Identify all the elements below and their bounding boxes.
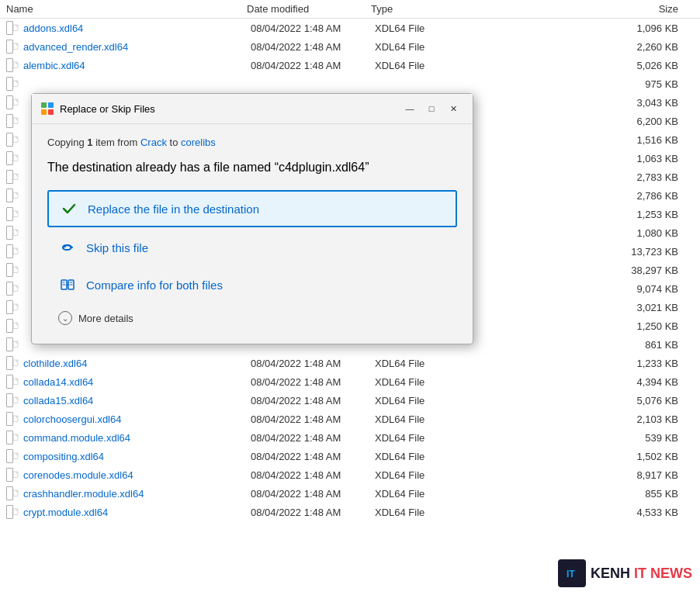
- copy-info-count: 1: [87, 137, 92, 148]
- watermark-brand: KENH IT NEWS: [591, 566, 692, 582]
- table-row[interactable]: collada14.xdl6408/04/2022 1:48 AMXDL64 F…: [0, 372, 700, 391]
- file-icon: [6, 450, 19, 462]
- file-date: 08/04/2022 1:48 AM: [251, 41, 375, 53]
- table-row[interactable]: corenodes.module.xdl6408/04/2022 1:48 AM…: [0, 465, 700, 484]
- more-details[interactable]: ⌄ More details: [47, 305, 457, 331]
- file-list-header: Name Date modified Type Size: [0, 0, 700, 19]
- svg-rect-19: [13, 379, 18, 385]
- titlebar-controls: — □ ✕: [400, 100, 463, 117]
- copy-info-from[interactable]: Crack: [140, 137, 167, 148]
- file-date: 08/04/2022 1:48 AM: [251, 358, 375, 369]
- svg-rect-23: [13, 453, 18, 459]
- file-icon: [6, 487, 19, 500]
- file-date: 08/04/2022 1:48 AM: [251, 432, 375, 444]
- file-size: 539 KB: [468, 432, 694, 444]
- col-header-size[interactable]: Size: [464, 3, 694, 15]
- svg-rect-9: [13, 192, 18, 199]
- file-date: 08/04/2022 1:48 AM: [251, 22, 375, 34]
- file-icon: [6, 375, 19, 388]
- svg-rect-8: [13, 174, 18, 180]
- table-row[interactable]: advanced_render.xdl6408/04/2022 1:48 AMX…: [0, 37, 700, 56]
- file-icon: [6, 189, 19, 202]
- file-type: XDL64 File: [375, 507, 468, 518]
- file-size: 1,502 KB: [468, 451, 694, 462]
- svg-rect-22: [13, 434, 18, 441]
- file-name: advanced_render.xdl64: [23, 41, 251, 53]
- file-size: 4,394 KB: [468, 376, 694, 388]
- file-icon: [6, 133, 19, 146]
- option-replace[interactable]: Replace the file in the destination: [47, 190, 457, 227]
- table-row[interactable]: 975 KB: [0, 74, 700, 93]
- file-icon: [6, 413, 19, 425]
- table-row[interactable]: colorchoosergui.xdl6408/04/2022 1:48 AMX…: [0, 410, 700, 428]
- file-icon: [6, 245, 19, 258]
- table-row[interactable]: crashhandler.module.xdl6408/04/2022 1:48…: [0, 484, 700, 503]
- svg-rect-20: [13, 397, 18, 403]
- file-type: XDL64 File: [375, 358, 468, 369]
- file-size: 38,297 KB: [468, 265, 694, 276]
- file-name: collada14.xdl64: [23, 376, 251, 388]
- svg-rect-7: [13, 155, 18, 161]
- file-name: colorchoosergui.xdl64: [23, 413, 251, 425]
- option-compare[interactable]: Compare info for both files: [47, 268, 457, 302]
- svg-rect-10: [13, 211, 18, 217]
- file-size: 1,516 KB: [468, 134, 694, 146]
- dialog-body: Copying 1 item from Crack to corelibs Th…: [32, 124, 473, 344]
- table-row[interactable]: command.module.xdl6408/04/2022 1:48 AMXD…: [0, 428, 700, 447]
- file-date: 08/04/2022 1:48 AM: [251, 507, 375, 518]
- file-type: XDL64 File: [375, 488, 468, 500]
- table-row[interactable]: collada15.xdl6408/04/2022 1:48 AMXDL64 F…: [0, 391, 700, 410]
- file-size: 8,917 KB: [468, 469, 694, 481]
- file-icon: [6, 320, 19, 332]
- file-icon: [6, 115, 19, 127]
- table-row[interactable]: addons.xdl6408/04/2022 1:48 AMXDL64 File…: [0, 19, 700, 37]
- copy-info: Copying 1 item from Crack to corelibs: [47, 137, 457, 148]
- close-button[interactable]: ✕: [443, 100, 463, 117]
- file-type: XDL64 File: [375, 376, 468, 388]
- compare-icon: [58, 275, 77, 294]
- copy-info-to-text: to: [167, 137, 181, 148]
- destination-message: The destination already has a file named…: [47, 159, 457, 176]
- option-skip-label: Skip this file: [86, 241, 148, 254]
- table-row[interactable]: alembic.xdl6408/04/2022 1:48 AMXDL64 Fil…: [0, 56, 700, 74]
- option-skip[interactable]: Skip this file: [47, 230, 457, 265]
- file-icon: [6, 208, 19, 220]
- file-type: XDL64 File: [375, 22, 468, 34]
- col-header-name[interactable]: Name: [6, 3, 247, 15]
- option-compare-label: Compare info for both files: [86, 278, 223, 292]
- file-name: command.module.xdl64: [23, 432, 251, 444]
- maximize-button[interactable]: □: [421, 100, 442, 117]
- file-size: 861 KB: [468, 339, 694, 351]
- file-size: 1,063 KB: [468, 153, 694, 164]
- file-icon: [6, 357, 19, 369]
- table-row[interactable]: clothilde.xdl6408/04/2022 1:48 AMXDL64 F…: [0, 354, 700, 372]
- file-size: 1,233 KB: [468, 358, 694, 369]
- replace-icon: [60, 199, 78, 218]
- svg-rect-29: [41, 109, 47, 115]
- svg-rect-28: [48, 102, 54, 108]
- copy-info-pre: Copying: [47, 137, 87, 148]
- copy-info-to[interactable]: corelibs: [181, 137, 216, 148]
- svg-rect-17: [13, 341, 18, 348]
- watermark: IT KENH IT NEWS: [558, 559, 692, 587]
- table-row[interactable]: compositing.xdl6408/04/2022 1:48 AMXDL64…: [0, 447, 700, 465]
- col-header-date[interactable]: Date modified: [247, 3, 371, 15]
- svg-rect-18: [13, 360, 18, 366]
- svg-rect-30: [48, 109, 54, 115]
- table-row[interactable]: crypt.module.xdl6408/04/2022 1:48 AMXDL6…: [0, 503, 700, 521]
- file-size: 9,074 KB: [468, 283, 694, 295]
- file-icon: [6, 78, 19, 90]
- file-type: XDL64 File: [375, 432, 468, 444]
- minimize-button[interactable]: —: [400, 100, 420, 117]
- file-date: 08/04/2022 1:48 AM: [251, 451, 375, 462]
- file-size: 2,783 KB: [468, 171, 694, 183]
- file-size: 975 KB: [468, 78, 694, 90]
- file-icon: [6, 282, 19, 295]
- file-size: 2,786 KB: [468, 190, 694, 202]
- dialog-title: Replace or Skip Files: [60, 103, 400, 115]
- svg-rect-5: [13, 118, 18, 124]
- file-size: 5,026 KB: [468, 60, 694, 71]
- chevron-down-icon: ⌄: [58, 311, 72, 325]
- col-header-type[interactable]: Type: [371, 3, 464, 15]
- file-name: crashhandler.module.xdl64: [23, 488, 251, 500]
